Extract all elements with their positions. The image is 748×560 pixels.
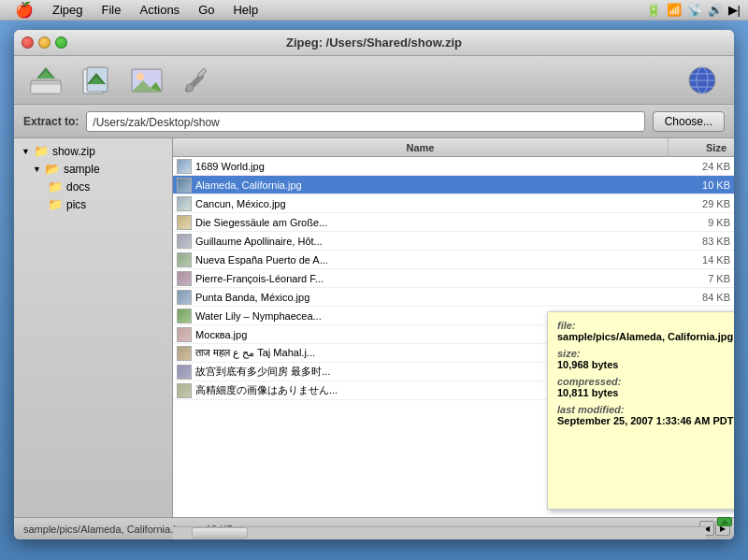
disclosure-triangle-icon: ▼ [22, 147, 30, 156]
table-row[interactable]: 1689 World.jpg 24 KB [173, 157, 734, 176]
folder-pics-icon: 📁 [48, 197, 63, 211]
file-list: Name Size 1689 World.jpg 24 KB Alameda, … [173, 138, 734, 517]
sidebar-item-pics[interactable]: 📁 pics [14, 195, 172, 213]
file-thumb-4 [177, 215, 192, 230]
status-path: sample/pics/Alameda, California.jpg [23, 524, 187, 535]
tooltip-size-label: size: [557, 348, 734, 359]
menu-wifi-icon: 📡 [687, 3, 702, 17]
sidebar-label-sample: sample [64, 163, 100, 176]
folder-docs-icon: 📁 [48, 179, 63, 194]
preview-button[interactable] [126, 60, 167, 101]
minimize-button[interactable] [38, 36, 50, 49]
scrollbar-thumb[interactable] [192, 527, 248, 538]
table-row[interactable]: Pierre-François-Léonard F... 7 KB [173, 269, 734, 288]
extract-button[interactable] [25, 60, 66, 101]
file-name-7: Pierre-François-Léonard F... [195, 273, 683, 284]
extract-bar: Extract to: /Users/zak/Desktop/show Choo… [14, 105, 734, 138]
file-thumb-2 [177, 178, 192, 193]
file-name-2: Alameda, California.jpg [195, 179, 683, 191]
menu-help[interactable]: Help [225, 1, 266, 19]
file-thumb-1 [177, 159, 192, 174]
sidebar-label-pics: pics [66, 198, 86, 211]
choose-button[interactable]: Choose... [653, 111, 725, 132]
folder-sample-icon: 📂 [45, 162, 60, 176]
column-header-name[interactable]: Name [173, 138, 669, 156]
table-row[interactable]: Cancun, México.jpg 29 KB [173, 194, 734, 213]
table-row[interactable]: Alameda, California.jpg 10 KB [173, 176, 734, 194]
file-size-1: 24 KB [683, 161, 730, 172]
menu-zipeg[interactable]: Zipeg [45, 1, 91, 19]
menubar: 🍎 Zipeg File Actions Go Help 🔋 📶 📡 🔊 ▶| [0, 0, 748, 21]
file-size-2: 10 KB [683, 179, 730, 191]
menu-clock: ▶| [728, 3, 741, 17]
svg-rect-13 [197, 68, 207, 78]
main-content: ▼ 📁 show.zip ▼ 📂 sample 📁 docs 📁 pics [14, 138, 734, 517]
menu-apple[interactable]: 🍎 [7, 0, 41, 21]
file-size-5: 83 KB [683, 236, 730, 247]
globe-button[interactable] [682, 60, 723, 101]
file-thumb-7 [177, 271, 192, 286]
file-list-header: Name Size [173, 138, 734, 157]
file-thumb-10 [177, 327, 192, 342]
file-name-6: Nueva España Puerto de A... [195, 254, 683, 266]
file-thumb-13 [177, 383, 192, 398]
file-thumb-6 [177, 252, 192, 267]
file-thumb-8 [177, 290, 192, 305]
traffic-lights [22, 36, 67, 49]
tooltip-file-value: sample/pics/Alameda, California.jpg [557, 331, 734, 342]
sidebar: ▼ 📁 show.zip ▼ 📂 sample 📁 docs 📁 pics [14, 138, 173, 517]
menu-volume-icon: 🔊 [708, 3, 723, 17]
file-thumb-3 [177, 196, 192, 211]
window-titlebar: Zipeg: /Users/Shared/show.zip [14, 30, 734, 56]
file-tooltip: file: sample/pics/Alameda, California.jp… [547, 311, 734, 510]
tooltip-size-value: 10,968 bytes [557, 359, 734, 370]
table-row[interactable]: Guillaume Apollinaire, Hôt... 83 KB [173, 232, 734, 251]
close-button[interactable] [22, 36, 34, 49]
column-header-size[interactable]: Size [669, 138, 734, 156]
sidebar-item-sample[interactable]: ▼ 📂 sample [14, 160, 172, 178]
file-name-8: Punta Banda, México.jpg [195, 292, 683, 303]
horizontal-scrollbar[interactable] [173, 526, 706, 539]
tooltip-modified-value: September 25, 2007 1:33:46 AM PDT [557, 415, 734, 426]
menu-battery-icon: 🔋 [646, 3, 661, 17]
tooltip-compressed-value: 10,811 bytes [557, 387, 734, 398]
sidebar-item-showzip[interactable]: ▼ 📁 show.zip [14, 142, 172, 160]
file-name-1: 1689 World.jpg [195, 161, 683, 172]
extract-path[interactable]: /Users/zak/Desktop/show [86, 111, 644, 132]
table-row[interactable]: Nueva España Puerto de A... 14 KB [173, 251, 734, 269]
svg-point-9 [137, 73, 144, 80]
maximize-button[interactable] [55, 36, 67, 49]
file-thumb-11 [177, 346, 192, 361]
tooltip-modified-label: last modified: [557, 404, 734, 415]
extract-label: Extract to: [23, 115, 79, 128]
file-thumb-5 [177, 234, 192, 249]
menu-actions[interactable]: Actions [132, 1, 187, 19]
file-size-7: 7 KB [683, 273, 730, 284]
menu-file[interactable]: File [94, 1, 129, 19]
main-window: Zipeg: /Users/Shared/show.zip [14, 30, 734, 539]
file-size-6: 14 KB [683, 254, 730, 266]
expand-button[interactable] [76, 60, 117, 101]
window-title: Zipeg: /Users/Shared/show.zip [286, 36, 462, 50]
zip-icon: 📁 [34, 144, 49, 158]
table-row[interactable]: Punta Banda, México.jpg 84 KB [173, 288, 734, 307]
file-size-4: 9 KB [683, 217, 730, 228]
expand-indicator[interactable] [717, 517, 732, 526]
file-thumb-12 [177, 365, 192, 380]
file-size-8: 84 KB [683, 292, 730, 303]
file-thumb-9 [177, 309, 192, 323]
menu-bluetooth-icon: 📶 [667, 3, 682, 17]
status-bar: sample/pics/Alameda, California.jpg 10 K… [14, 517, 734, 539]
sidebar-label-docs: docs [66, 180, 90, 194]
svg-rect-1 [31, 84, 61, 93]
file-name-5: Guillaume Apollinaire, Hôt... [195, 236, 683, 247]
sidebar-item-docs[interactable]: 📁 docs [14, 178, 172, 195]
file-name-3: Cancun, México.jpg [195, 198, 683, 209]
table-row[interactable]: Die Siegessäule am Große... 9 KB [173, 213, 734, 232]
toolbar [14, 56, 734, 105]
file-size-3: 29 KB [683, 198, 730, 209]
file-name-4: Die Siegessäule am Große... [195, 217, 683, 228]
menu-go[interactable]: Go [191, 1, 222, 19]
tools-button[interactable] [177, 60, 218, 101]
svg-point-14 [186, 84, 194, 92]
